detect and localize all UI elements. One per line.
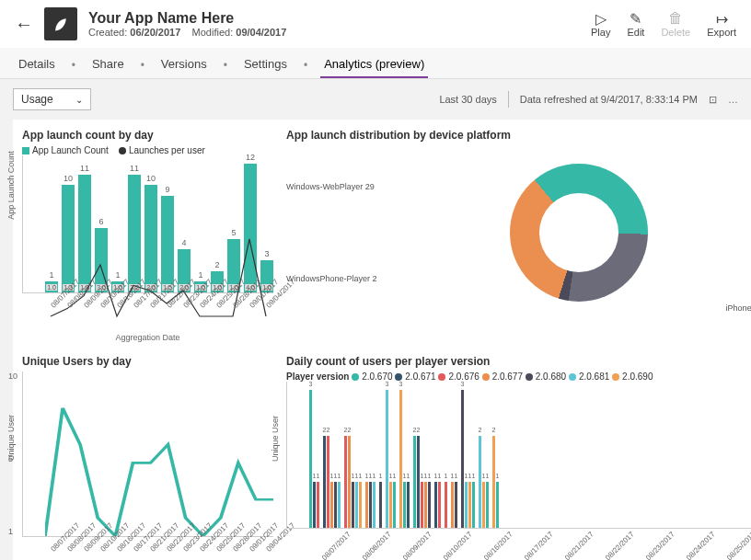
- app-title-block: Your App Name Here Created: 06/20/2017 M…: [88, 10, 286, 38]
- modified-date: 09/04/2017: [236, 27, 286, 38]
- pencil-icon: ✎: [627, 10, 644, 27]
- panels-grid: App launch count by day App Launch Count…: [13, 120, 751, 560]
- chevron-down-icon: ⌄: [75, 95, 83, 105]
- donut-label-wp: WindowsPhone-Player 2: [286, 274, 377, 283]
- leaf-icon: [52, 15, 70, 33]
- panel-launch-by-platform: App launch distribution by device platfo…: [286, 129, 751, 342]
- trash-icon: 🗑: [661, 10, 690, 27]
- panel-unique-users: Unique Users by day Unique User 10 5 1 0…: [22, 355, 273, 560]
- play-icon: ▷: [591, 10, 610, 27]
- chart-title: App launch count by day: [22, 129, 273, 142]
- chart-legend: Player version 2.0.670 2.0.671 2.0.676 2…: [286, 371, 751, 382]
- content-area: Usage ⌄ Last 30 days Data refreshed at 9…: [0, 79, 751, 560]
- panel-users-per-version: Daily count of users per player version …: [286, 355, 751, 560]
- tab-bar: Details• Share• Versions• Settings• Anal…: [0, 48, 751, 79]
- delete-button: 🗑Delete: [661, 10, 690, 38]
- donut-label-web: Windows-WebPlayer 29: [286, 182, 375, 191]
- panel-launch-by-day: App launch count by day App Launch Count…: [22, 129, 273, 342]
- tab-versions[interactable]: Versions: [157, 51, 211, 78]
- expand-icon[interactable]: …: [728, 94, 738, 105]
- multi-bar-chart[interactable]: Unique User 3112211122111111131131122111…: [286, 382, 751, 560]
- app-header: ← Your App Name Here Created: 06/20/2017…: [0, 0, 751, 48]
- chart-title: Unique Users by day: [22, 355, 273, 368]
- dropdown-value: Usage: [21, 93, 53, 106]
- header-actions: ▷Play ✎Edit 🗑Delete ↦Export: [591, 10, 736, 38]
- legend-swatch: [22, 147, 29, 154]
- donut-chart[interactable]: Android-Player 31 iPhone-Player 23 Windo…: [286, 145, 751, 320]
- tab-share[interactable]: Share: [88, 51, 128, 78]
- chart-legend: App Launch Count Launches per user: [22, 145, 273, 155]
- more-options-icon[interactable]: ⊡: [709, 94, 717, 106]
- chart-title: Daily count of users per player version: [286, 355, 751, 368]
- chart-title: App launch distribution by device platfo…: [286, 129, 751, 142]
- dashboard: App launch count by day App Launch Count…: [13, 120, 738, 560]
- range-label: Last 30 days: [439, 94, 496, 105]
- edit-button[interactable]: ✎Edit: [627, 10, 644, 38]
- donut-label-iphone: iPhone-Player 23: [726, 303, 751, 313]
- bar-chart[interactable]: App Launch Count 11.0101.3111.863.011.01…: [22, 155, 273, 342]
- export-icon: ↦: [707, 10, 736, 27]
- back-arrow-icon[interactable]: ←: [15, 14, 33, 35]
- modified-label: Modified:: [192, 27, 234, 38]
- tab-details[interactable]: Details: [15, 51, 59, 78]
- play-button[interactable]: ▷Play: [591, 10, 610, 38]
- tab-settings[interactable]: Settings: [240, 51, 291, 78]
- controls-row: Usage ⌄ Last 30 days Data refreshed at 9…: [13, 88, 738, 110]
- created-date: 06/20/2017: [130, 27, 180, 38]
- tab-analytics[interactable]: Analytics (preview): [320, 51, 428, 78]
- export-button[interactable]: ↦Export: [707, 10, 736, 38]
- created-label: Created:: [88, 27, 127, 38]
- usage-dropdown[interactable]: Usage ⌄: [13, 88, 91, 110]
- app-meta: Created: 06/20/2017 Modified: 09/04/2017: [88, 27, 286, 38]
- app-title: Your App Name Here: [88, 10, 286, 27]
- refreshed-label: Data refreshed at 9/4/2017, 8:33:14 PM: [520, 94, 698, 105]
- line-chart[interactable]: Unique User 10 5 1 08/07/201708/08/20170…: [22, 371, 273, 560]
- legend-swatch: [119, 147, 126, 154]
- app-icon: [44, 7, 77, 40]
